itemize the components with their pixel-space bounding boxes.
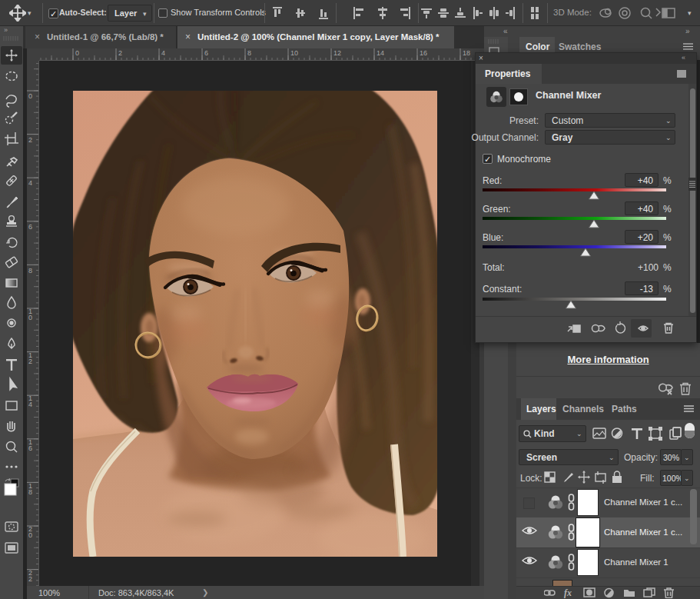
svg-text:fx: fx bbox=[564, 587, 572, 598]
